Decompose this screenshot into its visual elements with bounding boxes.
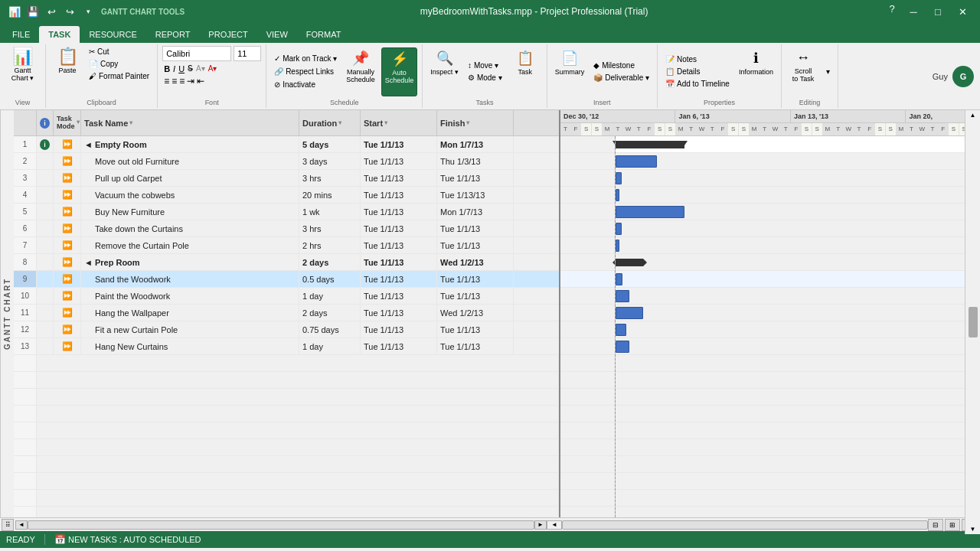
- table-row[interactable]: [14, 355, 559, 372]
- table-row[interactable]: [14, 406, 559, 422]
- table-row[interactable]: 13 ⏩ Hang New Curtains 1 day Tue 1/1/13 …: [14, 338, 559, 355]
- table-row[interactable]: [14, 389, 559, 406]
- maximize-button[interactable]: □: [926, 0, 949, 23]
- summary-button[interactable]: 📄 Summary: [552, 47, 588, 96]
- close-button[interactable]: ✕: [951, 0, 974, 23]
- qat-dropdown-button[interactable]: ▾: [80, 3, 96, 20]
- gantt-bar[interactable]: [616, 172, 622, 184]
- save-button[interactable]: 💾: [24, 3, 41, 20]
- gantt-chart-button[interactable]: 📊 GanttChart ▾: [6, 46, 40, 95]
- header-task-name[interactable]: Task Name ▾: [81, 110, 299, 135]
- tab-format[interactable]: FORMAT: [297, 26, 351, 43]
- gantt-bar[interactable]: [616, 341, 629, 353]
- table-row[interactable]: 10 ⏩ Paint the Woodwork 1 day Tue 1/1/13…: [14, 288, 559, 305]
- table-row[interactable]: 1 i ⏩ ◄ Empty Room 5 days Tue 1/1/13 Mon…: [14, 136, 559, 153]
- manually-schedule-button[interactable]: 📌 ManuallySchedule: [343, 47, 378, 96]
- table-row[interactable]: [14, 490, 559, 507]
- table-row[interactable]: 5 ⏩ Buy New Furniture 1 wk Tue 1/1/13 Mo…: [14, 204, 559, 220]
- table-row[interactable]: 11 ⏩ Hang the Wallpaper 2 days Tue 1/1/1…: [14, 305, 559, 321]
- cut-button[interactable]: ✂ Cut: [86, 46, 152, 57]
- tab-view[interactable]: VIEW: [257, 26, 297, 43]
- mark-on-track-button[interactable]: ✓ Mark on Track ▾: [271, 53, 340, 64]
- header-duration[interactable]: Duration ▾: [299, 110, 361, 135]
- help-button[interactable]: ?: [884, 0, 900, 17]
- add-to-timeline-button[interactable]: 📅 Add to Timeline: [662, 78, 733, 90]
- respect-links-button[interactable]: 🔗 Respect Links: [271, 66, 340, 77]
- scroll-left-button[interactable]: ◄: [15, 520, 28, 530]
- italic-button[interactable]: I: [173, 64, 175, 73]
- details-button[interactable]: 📋 Details: [662, 66, 733, 77]
- table-row[interactable]: [14, 372, 559, 389]
- table-row[interactable]: [14, 456, 559, 473]
- copy-button[interactable]: 📄 Copy: [86, 58, 152, 70]
- paste-button[interactable]: 📋 Paste: [51, 46, 84, 95]
- zoom-in-button[interactable]: ⊞: [945, 519, 960, 531]
- redo-button[interactable]: ↪: [61, 3, 78, 20]
- scroll-up-button[interactable]: ▲: [970, 112, 976, 119]
- table-row[interactable]: [14, 507, 559, 517]
- table-row[interactable]: [14, 439, 559, 456]
- text-highlight-button[interactable]: A▾: [196, 64, 205, 73]
- align-center-button[interactable]: ≡: [172, 76, 177, 86]
- tab-file[interactable]: FILE: [3, 26, 39, 43]
- inspect-button[interactable]: 🔍 Inspect ▾: [427, 47, 462, 96]
- gantt-bar[interactable]: [616, 189, 619, 201]
- task-button[interactable]: 📋 Task: [508, 47, 542, 96]
- font-name-selector[interactable]: Calibri: [162, 46, 231, 61]
- minimize-button[interactable]: ─: [902, 0, 925, 23]
- align-right-button[interactable]: ≡: [179, 76, 185, 86]
- underline-button[interactable]: U: [178, 64, 185, 73]
- gantt-bar[interactable]: [616, 155, 657, 168]
- information-button[interactable]: ℹ Information: [736, 47, 776, 96]
- tab-project[interactable]: PROJECT: [199, 26, 256, 43]
- table-row[interactable]: 2 ⏩ Move out old Furniture 3 days Tue 1/…: [14, 153, 559, 170]
- gantt-bar[interactable]: [616, 307, 643, 319]
- header-finish[interactable]: Finish ▾: [437, 110, 514, 135]
- format-painter-button[interactable]: 🖌 Format Painter: [86, 70, 152, 82]
- table-row[interactable]: 8 ⏩ ◄ Prep Room 2 days Tue 1/1/13 Wed 1/…: [14, 254, 559, 271]
- auto-schedule-button[interactable]: ⚡ AutoSchedule: [381, 47, 418, 96]
- font-size-selector[interactable]: 11: [234, 46, 261, 61]
- undo-button[interactable]: ↩: [43, 3, 60, 20]
- tab-task[interactable]: TASK: [39, 26, 80, 43]
- zoom-out-button[interactable]: ⊟: [928, 519, 943, 531]
- milestone-button[interactable]: ◆ Milestone: [590, 60, 652, 71]
- table-row[interactable]: 12 ⏩ Fit a new Curtain Pole 0.75 days Tu…: [14, 321, 559, 338]
- table-row[interactable]: 4 ⏩ Vacuum the cobwebs 20 mins Tue 1/1/1…: [14, 187, 559, 204]
- move-button[interactable]: ↕ Move ▾: [465, 60, 505, 71]
- inactivate-button[interactable]: ⊘ Inactivate: [271, 79, 340, 90]
- hscroll-track-right[interactable]: [562, 520, 928, 530]
- mode-button[interactable]: ⚙ Mode ▾: [465, 72, 505, 83]
- gantt-bar[interactable]: [616, 290, 629, 302]
- scroll-right-button[interactable]: ►: [534, 520, 547, 530]
- notes-button[interactable]: 📝 Notes: [662, 54, 733, 65]
- gantt-bar[interactable]: [616, 223, 622, 235]
- editing-dropdown-button[interactable]: ▾: [823, 66, 833, 77]
- table-row[interactable]: 7 ⏩ Remove the Curtain Pole 2 hrs Tue 1/…: [14, 237, 559, 254]
- gantt-bar[interactable]: [616, 324, 626, 336]
- split-box[interactable]: ⠿: [2, 519, 14, 531]
- scroll-to-task-button[interactable]: ↔ Scrollto Task: [786, 47, 820, 96]
- tab-report[interactable]: REPORT: [146, 26, 200, 43]
- indent-button[interactable]: ⇥: [187, 76, 194, 86]
- gantt-bar[interactable]: [616, 240, 619, 252]
- gantt-bar[interactable]: [616, 206, 684, 218]
- gantt-left-nav[interactable]: ◄: [547, 520, 562, 530]
- table-row[interactable]: 9 ⏩ Sand the Woodwork 0.5 days Tue 1/1/1…: [14, 271, 559, 288]
- strikethrough-button[interactable]: S̶: [188, 64, 193, 73]
- outdent-button[interactable]: ⇤: [197, 76, 204, 86]
- align-left-button[interactable]: ≡: [164, 76, 169, 86]
- gantt-bar[interactable]: [616, 273, 622, 285]
- hscroll-track-left[interactable]: [28, 520, 534, 530]
- table-row[interactable]: [14, 473, 559, 490]
- deliverable-button[interactable]: 📦 Deliverable ▾: [590, 72, 652, 83]
- tab-resource[interactable]: RESOURCE: [80, 26, 145, 43]
- table-row[interactable]: [14, 422, 559, 439]
- table-row[interactable]: 3 ⏩ Pull up old Carpet 3 hrs Tue 1/1/13 …: [14, 170, 559, 187]
- header-task-mode[interactable]: TaskMode ▾: [54, 110, 81, 135]
- vscroll-thumb[interactable]: [969, 307, 978, 337]
- header-start[interactable]: Start ▾: [361, 110, 437, 135]
- bold-button[interactable]: B: [164, 64, 170, 73]
- font-color-button[interactable]: A▾: [208, 64, 217, 73]
- table-row[interactable]: 6 ⏩ Take down the Curtains 3 hrs Tue 1/1…: [14, 220, 559, 237]
